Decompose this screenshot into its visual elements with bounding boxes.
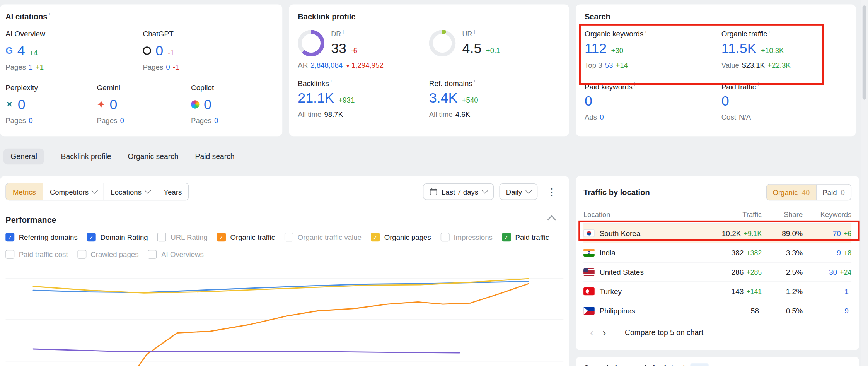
metric-toggle-paid-traffic[interactable]: ✓Paid traffic: [502, 233, 549, 241]
metric-toggle-organic-traffic[interactable]: ✓Organic traffic: [217, 233, 275, 241]
checkbox-icon: [284, 233, 293, 241]
ref-domains-change: +540: [462, 96, 478, 104]
ads-label: Ads: [585, 113, 597, 121]
value-change: +22.3K: [767, 61, 791, 69]
tab-organic-search[interactable]: Organic search: [128, 149, 178, 165]
organic-traffic-value[interactable]: 11.5K: [721, 41, 757, 56]
ahrefs-rank-line: AR 2,848,084 1,294,952: [298, 61, 429, 69]
top3-change: +14: [616, 61, 628, 69]
metric-value[interactable]: 0: [155, 43, 163, 58]
metric-toggle-domain-rating[interactable]: ✓Domain Rating: [87, 233, 148, 241]
toggle-organic[interactable]: Organic 40: [767, 185, 816, 200]
info-icon[interactable]: [474, 79, 475, 84]
date-range-dropdown[interactable]: Last 7 days: [423, 183, 494, 200]
vertical-scrollbar[interactable]: [861, 0, 868, 366]
calendar-icon: [429, 188, 437, 195]
pages-value[interactable]: 0: [214, 116, 218, 125]
filters-group: Metrics Competitors Locations Years: [5, 183, 189, 200]
organic-paid-toggle: Organic 40 Paid 0: [766, 184, 851, 200]
more-options-button[interactable]: [543, 186, 560, 197]
tab-general[interactable]: General: [3, 149, 44, 165]
scrollbar-thumb[interactable]: [863, 5, 866, 99]
metric-toggle-url-rating[interactable]: URL Rating: [157, 233, 208, 241]
metric-value[interactable]: 0: [18, 97, 26, 112]
metric-toggle-referring-domains[interactable]: ✓Referring domains: [5, 233, 77, 241]
beta-badge: Beta: [690, 363, 709, 366]
ref-domains-value[interactable]: 3.4K: [429, 90, 458, 105]
openai-icon: [143, 47, 151, 55]
metric-toggle-ai-overviews[interactable]: AI Overviews: [148, 250, 204, 259]
competitors-dropdown[interactable]: Competitors: [43, 183, 104, 200]
metric-toggle-crawled-pages[interactable]: Crawled pages: [77, 250, 139, 259]
compare-top5-link[interactable]: Compare top 5 on chart: [625, 328, 703, 337]
table-row-india[interactable]: India 382+382 3.3% 9+8: [583, 243, 851, 262]
metric-toggle-organic-pages[interactable]: ✓Organic pages: [371, 233, 431, 241]
metric-value[interactable]: 0: [204, 97, 211, 112]
chart-line-organic-traffic: [138, 284, 529, 366]
paid-traffic-value[interactable]: 0: [721, 93, 729, 108]
metric-toggle-paid-traffic-cost[interactable]: Paid traffic cost: [5, 250, 68, 259]
metric-toggle-impressions[interactable]: Impressions: [440, 233, 493, 241]
toggle-paid-count: 0: [841, 188, 845, 196]
years-button[interactable]: Years: [157, 183, 189, 200]
organic-keywords-value[interactable]: 112: [585, 41, 607, 56]
metric-toggle-organic-traffic-value[interactable]: Organic traffic value: [284, 233, 362, 241]
table-row-south-korea[interactable]: South Korea 10.2K+9.1K 89.0% 70+6: [583, 223, 851, 243]
location-pager: Compare top 5 on chart: [583, 327, 851, 338]
keywords-value[interactable]: 9: [837, 248, 841, 257]
locations-dropdown[interactable]: Locations: [104, 183, 157, 200]
info-icon[interactable]: [474, 30, 475, 35]
collapse-chevron-icon[interactable]: [547, 215, 556, 224]
pages-value[interactable]: 0: [29, 116, 32, 125]
metric-label: Paid traffic: [515, 233, 549, 241]
info-icon[interactable]: [769, 29, 770, 34]
keywords-value[interactable]: 1: [844, 287, 849, 295]
paid-keywords-label: Paid keywords: [585, 82, 633, 91]
metrics-button[interactable]: Metrics: [6, 183, 43, 200]
granularity-dropdown[interactable]: Daily: [500, 183, 538, 200]
pages-value[interactable]: 0: [120, 116, 124, 125]
info-icon[interactable]: [331, 79, 332, 84]
share-value: 0.5%: [786, 307, 803, 315]
ur-label: UR: [462, 30, 472, 38]
info-icon[interactable]: [645, 29, 646, 34]
table-row-turkey[interactable]: Turkey 143+141 1.2% 1: [583, 281, 851, 301]
share-value: 1.2%: [786, 287, 803, 295]
domain-rating-block: DR 33 -6 AR 2,848,084 1,294,952: [298, 30, 429, 69]
prev-page-button[interactable]: [586, 327, 598, 338]
top3-value[interactable]: 53: [605, 61, 613, 69]
info-icon[interactable]: [758, 82, 759, 87]
keywords-value[interactable]: 30: [829, 268, 837, 276]
backlinks-label: Backlinks: [298, 79, 329, 87]
paid-keywords-value[interactable]: 0: [585, 93, 592, 108]
metric-label: ChatGPT: [143, 30, 179, 38]
ads-value[interactable]: 0: [600, 113, 604, 121]
ar-value[interactable]: 2,848,084: [310, 61, 343, 69]
ref-domains-label: Ref. domains: [429, 79, 472, 87]
backlink-profile-card: Backlink profile DR 33 -6: [289, 4, 569, 136]
metric-value[interactable]: 4: [17, 43, 25, 58]
alltime-label: All time: [429, 110, 453, 118]
pages-value[interactable]: 1: [29, 63, 32, 71]
tab-paid-search[interactable]: Paid search: [195, 149, 235, 165]
metric-label: Organic pages: [384, 233, 431, 241]
share-value: 3.3%: [786, 248, 803, 257]
keywords-value[interactable]: 9: [844, 307, 849, 315]
pages-value[interactable]: 0: [166, 63, 170, 71]
info-icon[interactable]: [343, 30, 344, 35]
toggle-paid[interactable]: Paid 0: [816, 185, 851, 200]
info-icon[interactable]: [49, 12, 50, 17]
metric-value[interactable]: 0: [109, 97, 117, 112]
metric-change: -1: [168, 49, 174, 57]
next-page-button[interactable]: [598, 327, 610, 338]
paid-keywords-block: Paid keywords 0 Ads 0: [585, 82, 721, 121]
pages-change: -1: [173, 63, 179, 71]
backlinks-value[interactable]: 21.1K: [298, 90, 334, 105]
table-row-philippines[interactable]: Philippines 58 0.5% 9: [583, 301, 851, 320]
checkbox-icon: [5, 250, 14, 259]
table-row-united-states[interactable]: United States 286+285 2.5% 30+24: [583, 262, 851, 281]
keywords-value[interactable]: 70: [833, 229, 841, 237]
google-icon: G: [5, 45, 13, 56]
tab-backlink-profile[interactable]: Backlink profile: [61, 149, 111, 165]
info-icon[interactable]: [634, 82, 635, 87]
